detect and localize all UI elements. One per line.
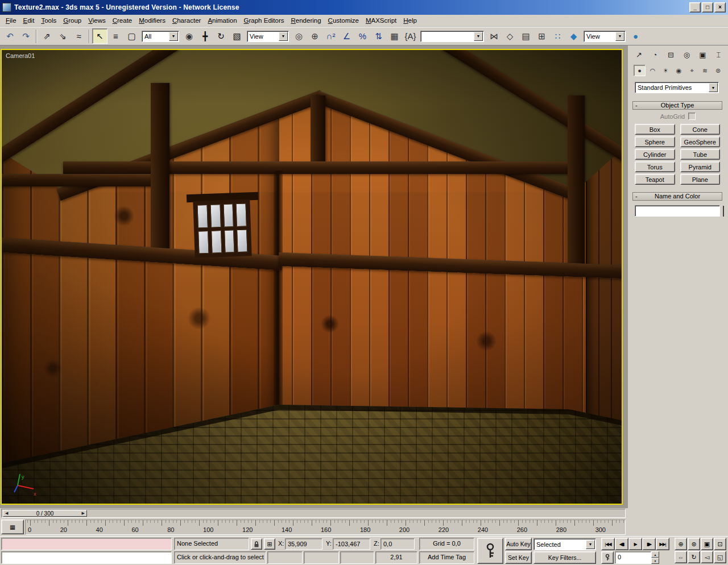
name-color-rollout[interactable]: - Name and Color (632, 192, 722, 201)
menu-item[interactable]: Animation (204, 15, 240, 26)
menu-item[interactable]: Edit (20, 15, 38, 26)
menu-item[interactable]: MAXScript (362, 15, 400, 26)
menu-item[interactable]: Help (400, 15, 420, 26)
select-by-name-icon[interactable]: ≡ (108, 28, 123, 44)
zoom-region-icon[interactable]: ⊡ (714, 538, 726, 550)
autogrid-checkbox[interactable] (688, 113, 696, 120)
chevron-down-icon[interactable]: ▼ (474, 32, 483, 41)
menu-item[interactable]: Rendering (288, 15, 325, 26)
go-to-end-button[interactable]: ▶▶| (656, 538, 669, 550)
minimize-button[interactable]: _ (689, 2, 701, 13)
menu-item[interactable]: Customize (325, 15, 362, 26)
tab-create[interactable]: ↗ (632, 49, 646, 61)
subtab-lights[interactable]: ☀ (660, 65, 672, 76)
chevron-down-icon[interactable]: ▼ (169, 32, 178, 41)
render-type-dropdown[interactable]: View ▼ (584, 31, 626, 42)
object-name-input[interactable] (635, 205, 720, 217)
y-coordinate-field[interactable]: -103,467 (333, 538, 370, 550)
angle-snap-icon[interactable]: ∠ (339, 28, 354, 44)
tab-motion[interactable]: ◎ (680, 49, 693, 61)
select-object-icon[interactable]: ↖ (92, 28, 107, 44)
maximize-button[interactable]: □ (702, 2, 713, 13)
rectangular-selection-region-icon[interactable]: ▢ (124, 28, 139, 44)
menu-item[interactable]: Group (60, 15, 85, 26)
zoom-extents-icon[interactable]: ▣ (701, 538, 713, 550)
primitive-button[interactable]: Cylinder (635, 149, 675, 160)
redo-icon[interactable]: ↷ (18, 28, 34, 44)
named-selection-sets-icon[interactable]: {A} (403, 28, 418, 44)
select-and-scale-icon[interactable]: ▧ (229, 28, 245, 44)
use-pivot-center-icon[interactable]: ◎ (291, 28, 307, 44)
previous-frame-button[interactable]: ◀▮ (615, 538, 628, 550)
camera-viewport[interactable]: Camera01 x y (1, 49, 623, 505)
macro-recorder-line[interactable] (1, 538, 172, 550)
chevron-down-icon[interactable]: ▼ (279, 32, 288, 41)
align-icon[interactable]: ◇ (502, 28, 518, 44)
z-coordinate-field[interactable]: 0,0 (380, 538, 415, 550)
go-to-start-button[interactable]: |◀◀ (601, 538, 615, 550)
next-frame-button[interactable]: ▮▶ (642, 538, 656, 550)
key-selection-dropdown[interactable]: Selected ▼ (533, 538, 596, 550)
tab-modify[interactable]: ◔ (648, 49, 661, 61)
subtab-cameras[interactable]: ◉ (673, 65, 685, 76)
select-and-manipulate-icon[interactable]: ⊕ (307, 28, 322, 44)
chevron-down-icon[interactable]: ▼ (709, 83, 718, 92)
schematic-view-icon[interactable]: ⊞ (534, 28, 549, 44)
window-crossing-icon[interactable]: ◉ (181, 28, 197, 44)
play-button[interactable]: ▶ (628, 538, 642, 550)
pan-icon[interactable]: ⇔ (675, 551, 687, 563)
x-coordinate-field[interactable]: 35,909 (285, 538, 322, 550)
snap-toggle-icon[interactable]: ∩² (323, 28, 338, 44)
select-and-rotate-icon[interactable]: ↻ (213, 28, 229, 44)
select-and-move-icon[interactable]: ╋ (197, 28, 213, 44)
frame-forward-icon[interactable]: ▶ (82, 511, 85, 516)
tab-hierarchy[interactable]: ⊟ (664, 49, 677, 61)
menu-item[interactable]: Graph Editors (241, 15, 288, 26)
subtab-helpers[interactable]: ⌖ (686, 65, 698, 76)
track-bar-ruler[interactable]: 0204060801001201401601802002202402602803… (25, 520, 626, 535)
set-key-button[interactable]: Set Key (505, 551, 532, 564)
auto-key-button[interactable]: Auto Key (505, 538, 532, 550)
tab-display[interactable]: ▣ (696, 49, 709, 61)
undo-icon[interactable]: ↶ (2, 28, 18, 44)
track-view-icon[interactable]: ▤ (518, 28, 533, 44)
mirror-icon[interactable]: ⋈ (486, 28, 502, 44)
primitive-button[interactable]: Cone (680, 124, 721, 135)
time-slider-handle[interactable]: ◀ 0 / 300 ▶ (3, 510, 87, 517)
primitive-button[interactable]: Tube (680, 149, 721, 160)
subtab-systems[interactable]: ⊛ (712, 65, 724, 76)
category-dropdown[interactable]: Standard Primitives ▼ (635, 82, 719, 93)
unlink-selection-icon[interactable]: ⇘ (55, 28, 71, 44)
absolute-offset-toggle-button[interactable]: ⊞ (264, 538, 275, 550)
render-scene-icon[interactable]: ◆ (566, 28, 581, 44)
chevron-down-icon[interactable]: ▼ (586, 540, 595, 549)
object-type-rollout[interactable]: - Object Type (632, 101, 722, 110)
close-button[interactable]: × (714, 2, 726, 13)
current-frame-field[interactable]: 0 (615, 551, 651, 564)
bind-to-spacewarp-icon[interactable]: ≈ (71, 28, 86, 44)
keyboard-override-icon[interactable]: ▦ (387, 28, 402, 44)
percent-snap-icon[interactable]: % (355, 28, 370, 44)
menu-item[interactable]: Tools (38, 15, 60, 26)
zoom-icon[interactable]: ⊕ (675, 538, 687, 550)
fov-icon[interactable]: ◅ (701, 551, 713, 563)
primitive-button[interactable]: Pyramid (680, 161, 721, 172)
primitive-button[interactable]: Teapot (635, 174, 675, 185)
chevron-down-icon[interactable]: ▼ (615, 32, 624, 41)
spinner-snap-icon[interactable]: ⇅ (371, 28, 386, 44)
object-color-swatch[interactable] (723, 206, 724, 217)
selection-lock-button[interactable] (251, 538, 262, 550)
key-mode-toggle-button[interactable] (601, 551, 614, 564)
add-time-tag-button[interactable]: Add Time Tag (419, 551, 474, 564)
menu-item[interactable]: File (2, 15, 20, 26)
primitive-button[interactable]: Box (635, 124, 675, 135)
arc-rotate-icon[interactable]: ↻ (688, 551, 700, 563)
mini-curve-editor-button[interactable]: ▦ (1, 520, 24, 534)
primitive-button[interactable]: Plane (680, 174, 721, 185)
named-selection-dropdown[interactable]: ▼ (420, 31, 484, 42)
menu-item[interactable]: Views (85, 15, 109, 26)
primitive-button[interactable]: Torus (635, 161, 675, 172)
time-slider-track[interactable]: ◀ 0 / 300 ▶ (1, 509, 626, 518)
select-and-link-icon[interactable]: ⇗ (39, 28, 55, 44)
min-max-toggle-icon[interactable]: ◱ (714, 551, 726, 563)
